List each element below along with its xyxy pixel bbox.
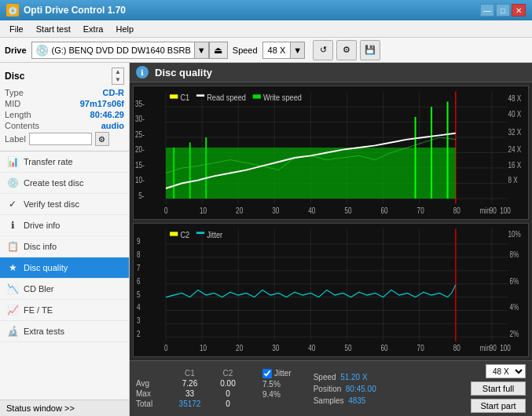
eject-button[interactable]: ⏏ xyxy=(209,42,228,59)
start-full-button[interactable]: Start full xyxy=(471,381,526,396)
drive-bar: Drive 💿 (G:) BENQ DVD DD DW1640 BSRB ▼ ⏏… xyxy=(0,38,532,63)
nav-items: 📊 Transfer rate 💿 Create test disc ✓ Ver… xyxy=(0,151,129,400)
speed-position-stats: Speed 51.20 X Position 80:45.00 Samples … xyxy=(314,373,376,405)
settings-button[interactable]: ⚙ xyxy=(336,40,357,60)
svg-text:10-: 10- xyxy=(135,177,145,185)
sidebar-item-disc-quality[interactable]: ★ Disc quality xyxy=(0,257,129,279)
speed-dropdown-arrow[interactable]: ▼ xyxy=(291,42,305,59)
fe-te-icon: 📈 xyxy=(6,304,19,316)
sidebar-item-cd-bler-label: CD Bler xyxy=(24,284,54,294)
disc-mid-field: MID 97m17s06f xyxy=(5,99,124,108)
svg-rect-75 xyxy=(170,232,178,235)
svg-text:min: min xyxy=(480,345,490,353)
drive-dropdown-arrow[interactable]: ▼ xyxy=(195,42,209,59)
refresh-button[interactable]: ↺ xyxy=(313,40,333,60)
disc-length-value: 80:46.29 xyxy=(90,110,124,119)
drive-select[interactable]: 💿 (G:) BENQ DVD DD DW1640 BSRB xyxy=(31,42,195,59)
svg-text:32 X: 32 X xyxy=(508,129,522,137)
disc-next-arrow[interactable]: ▼ xyxy=(112,76,123,84)
sidebar-item-transfer-rate[interactable]: 📊 Transfer rate xyxy=(0,151,129,173)
svg-text:0: 0 xyxy=(164,345,168,353)
stats-col-c2: C2 xyxy=(212,369,244,378)
sidebar-item-create-test-disc-label: Create test disc xyxy=(24,178,83,188)
svg-text:8: 8 xyxy=(137,250,141,259)
content-area: ℹ Disc quality xyxy=(130,63,532,416)
title-bar-left: 💿 Opti Drive Control 1.70 xyxy=(6,4,126,16)
stats-avg-c1: 7.26 xyxy=(172,379,207,388)
sidebar-item-verify-test-disc[interactable]: ✓ Verify test disc xyxy=(0,194,129,215)
sidebar-item-drive-info-label: Drive info xyxy=(24,221,60,230)
sidebar-item-cd-bler[interactable]: 📉 CD Bler xyxy=(0,279,129,300)
disc-length-field: Length 80:46.29 xyxy=(5,110,124,119)
svg-text:80: 80 xyxy=(453,345,460,353)
disc-label-button[interactable]: ⚙ xyxy=(95,132,109,146)
menu-bar: File Start test Extra Help xyxy=(0,20,532,38)
disc-panel: Disc ▲ ▼ Type CD-R MID 97m17s06f Length … xyxy=(0,63,129,151)
disc-type-value: CD-R xyxy=(103,88,125,97)
disc-quality-icon: ★ xyxy=(6,261,19,274)
disc-prev-arrow[interactable]: ▲ xyxy=(112,68,123,76)
menu-file[interactable]: File xyxy=(3,23,30,35)
svg-text:4%: 4% xyxy=(509,304,519,312)
sidebar-item-drive-info[interactable]: ℹ Drive info xyxy=(0,215,129,236)
samples-info: Samples 4835 xyxy=(314,396,376,405)
sidebar-item-extra-tests[interactable]: 🔬 Extra tests xyxy=(0,321,129,342)
disc-quality-header: ℹ Disc quality xyxy=(130,63,532,82)
speed-val: 51.20 X xyxy=(340,373,367,381)
svg-text:50: 50 xyxy=(344,345,351,353)
sidebar-item-disc-info[interactable]: 📋 Disc info xyxy=(0,236,129,257)
svg-text:40 X: 40 X xyxy=(508,110,522,119)
disc-nav-arrows[interactable]: ▲ ▼ xyxy=(112,68,124,85)
svg-text:20: 20 xyxy=(236,345,243,353)
minimize-button[interactable]: — xyxy=(480,4,494,16)
svg-text:Write speed: Write speed xyxy=(263,92,302,102)
start-part-button[interactable]: Start part xyxy=(471,399,526,413)
svg-text:48 X: 48 X xyxy=(508,95,522,104)
svg-rect-27 xyxy=(196,94,204,97)
svg-text:16 X: 16 X xyxy=(508,161,522,170)
svg-text:70: 70 xyxy=(417,207,424,216)
svg-text:60: 60 xyxy=(381,345,388,353)
speed-select[interactable]: 48 X xyxy=(262,42,292,59)
main-layout: Disc ▲ ▼ Type CD-R MID 97m17s06f Length … xyxy=(0,63,532,416)
sidebar-item-create-test-disc[interactable]: 💿 Create test disc xyxy=(0,173,129,194)
extra-tests-icon: 🔬 xyxy=(6,325,19,338)
right-controls: 48 X Start full Start part xyxy=(471,364,526,413)
menu-start-test[interactable]: Start test xyxy=(30,23,77,35)
maximize-button[interactable]: □ xyxy=(496,4,510,16)
speed-drop-select[interactable]: 48 X xyxy=(486,364,526,378)
status-window-bar[interactable]: Status window >> xyxy=(0,400,129,416)
svg-text:25-: 25- xyxy=(135,130,145,139)
disc-mid-value: 97m17s06f xyxy=(80,99,124,108)
svg-rect-56 xyxy=(134,224,528,356)
menu-extra[interactable]: Extra xyxy=(77,23,110,35)
svg-text:5-: 5- xyxy=(138,192,144,200)
create-test-disc-icon: 💿 xyxy=(6,177,19,189)
svg-text:C1: C1 xyxy=(180,92,189,102)
disc-info-icon: 📋 xyxy=(6,240,19,253)
menu-help[interactable]: Help xyxy=(109,23,140,35)
disc-panel-header: Disc ▲ ▼ xyxy=(5,68,124,85)
sidebar-item-fe-te[interactable]: 📈 FE / TE xyxy=(0,300,129,321)
svg-text:0: 0 xyxy=(164,207,168,216)
svg-text:50: 50 xyxy=(344,207,351,216)
svg-text:Read speed: Read speed xyxy=(207,92,246,102)
svg-text:2: 2 xyxy=(137,330,141,338)
sidebar-item-transfer-rate-label: Transfer rate xyxy=(24,157,73,166)
svg-text:10: 10 xyxy=(200,345,207,353)
chart1-svg: C1 Read speed Write speed 35- 30- 25- 20… xyxy=(134,86,528,219)
stats-bar: C1 C2 Avg 7.26 0.00 Max 33 0 Total 35172… xyxy=(130,360,532,416)
svg-rect-77 xyxy=(196,232,204,234)
disc-label-input[interactable] xyxy=(29,133,92,145)
close-button[interactable]: ✕ xyxy=(512,4,526,16)
status-window-label: Status window >> xyxy=(6,403,75,413)
drive-toolbar: ↺ ⚙ 💾 xyxy=(313,40,380,60)
drive-info-icon: ℹ xyxy=(6,219,19,232)
svg-text:min: min xyxy=(480,207,490,216)
save-button[interactable]: 💾 xyxy=(360,40,380,60)
svg-text:35-: 35- xyxy=(135,100,145,108)
svg-text:30-: 30- xyxy=(135,115,145,124)
svg-rect-29 xyxy=(253,94,261,98)
svg-text:90: 90 xyxy=(490,207,497,216)
jitter-checkbox[interactable] xyxy=(262,369,272,378)
